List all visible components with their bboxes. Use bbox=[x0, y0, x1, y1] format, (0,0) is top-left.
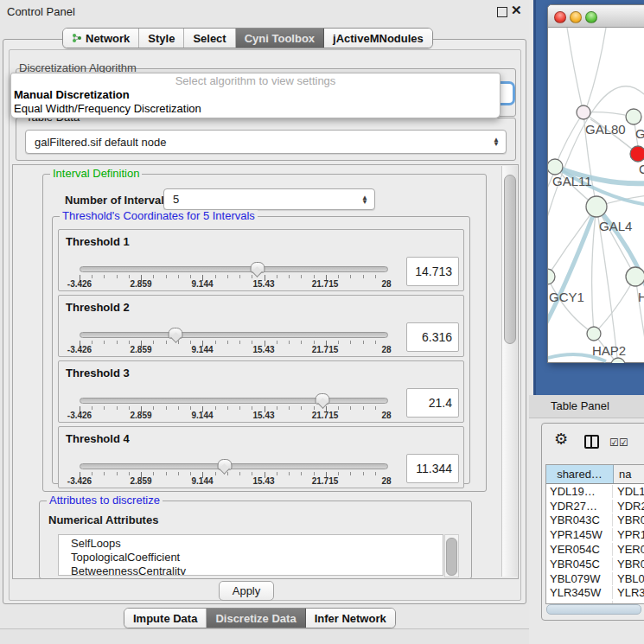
threshold-slider[interactable] bbox=[80, 398, 388, 404]
slider-knob[interactable] bbox=[217, 459, 232, 470]
checkbox-icon[interactable]: ☑ bbox=[619, 437, 628, 449]
tick-label: 2.859 bbox=[130, 476, 151, 486]
table-row[interactable]: YBR043C YBR0 bbox=[546, 513, 644, 528]
horizontal-scrollbar-thumb[interactable] bbox=[546, 604, 641, 615]
top-tab-label: Select bbox=[193, 32, 226, 45]
table-header-shared[interactable]: shared… bbox=[546, 465, 614, 483]
network-node-label: GAL11 bbox=[552, 174, 592, 188]
gear-icon[interactable]: ⚙ bbox=[554, 430, 568, 449]
network-node[interactable] bbox=[626, 267, 644, 286]
vertical-scrollbar-thumb[interactable] bbox=[504, 175, 516, 344]
horizontal-scrollbar[interactable] bbox=[545, 604, 644, 614]
num-intervals-combobox[interactable]: 5 ▲▼ bbox=[163, 188, 375, 210]
network-edge[interactable] bbox=[592, 207, 596, 334]
tick-label: 9.144 bbox=[191, 279, 213, 289]
attributes-scrollbar-thumb[interactable] bbox=[446, 538, 457, 576]
dropdown-option[interactable]: Equal Width/Frequency Discretization bbox=[11, 102, 500, 116]
slider-knob[interactable] bbox=[250, 262, 265, 273]
checkbox-icon[interactable]: ☑ bbox=[609, 437, 619, 449]
network-node[interactable] bbox=[548, 269, 555, 284]
table-row[interactable]: YBL079W YBL0 bbox=[546, 571, 644, 586]
threshold-value-field[interactable]: 11.344 bbox=[406, 454, 459, 483]
control-panel: Control Panel ✕ Network bbox=[0, 0, 530, 644]
table-row[interactable]: YBR045C YBR0 bbox=[546, 557, 644, 571]
table-row[interactable]: YLR345W YLR3 bbox=[546, 586, 644, 601]
tick-label: 28 bbox=[381, 411, 391, 420]
network-node[interactable] bbox=[586, 196, 607, 217]
apply-button-label: Apply bbox=[233, 584, 261, 597]
network-node[interactable] bbox=[548, 159, 563, 175]
attribute-list-item[interactable]: SelfLoops bbox=[71, 537, 443, 551]
algorithm-dropdown-popup: Select algorithm to view settings Manual… bbox=[10, 73, 501, 118]
table-data-combobox[interactable]: galFiltered.sif default node ▲▼ bbox=[25, 130, 507, 154]
threshold-panel: Threshold 2 -3.426 bbox=[58, 295, 464, 357]
table-panel: ⚙ ☑ ☑ shared… na YDL19… YDL1 bbox=[541, 423, 644, 621]
numerical-attributes-label: Numerical Attributes bbox=[48, 513, 158, 526]
table-row[interactable]: YER054C YER0 bbox=[546, 542, 644, 557]
network-edge[interactable] bbox=[567, 28, 582, 105]
dropdown-option-label: Manual Discretization bbox=[14, 88, 130, 101]
threshold-slider[interactable] bbox=[80, 332, 388, 338]
network-node[interactable] bbox=[630, 146, 644, 162]
threshold-value-field[interactable]: 21.4 bbox=[406, 388, 459, 418]
top-tab[interactable]: Cyni Toolbox bbox=[236, 29, 324, 48]
table-cell-name: YPR1 bbox=[613, 528, 644, 541]
num-intervals-value: 5 bbox=[164, 193, 359, 206]
network-svg[interactable]: GAL80GACGAL11GAL4GCY1HHAP2 bbox=[548, 28, 644, 363]
table-row[interactable]: YPR145W YPR1 bbox=[546, 527, 644, 542]
table-cell-shared: YDL19… bbox=[546, 485, 613, 498]
slider-tick-labels: -3.426 2.859 9.144 15.43 21.715 bbox=[80, 411, 386, 421]
table-cell-name: YER0 bbox=[613, 543, 644, 556]
threshold-slider[interactable] bbox=[80, 463, 388, 469]
slider-knob[interactable] bbox=[169, 328, 183, 339]
close-icon[interactable]: ✕ bbox=[511, 3, 522, 18]
tick-label: 9.144 bbox=[191, 345, 213, 354]
table-cell-shared: YDR27… bbox=[546, 500, 613, 513]
network-edge[interactable] bbox=[594, 277, 635, 334]
top-tab[interactable]: Network bbox=[63, 29, 139, 48]
table-panel-titlebar: Table Panel bbox=[529, 395, 644, 418]
columns-icon[interactable] bbox=[584, 435, 599, 449]
table-row[interactable]: YDR27… YDR2 bbox=[546, 499, 644, 513]
network-window-titlebar[interactable] bbox=[548, 5, 644, 28]
float-icon[interactable] bbox=[497, 7, 507, 17]
table-cell-shared: YPR145W bbox=[546, 528, 613, 541]
slider-tick-labels: -3.426 2.859 9.144 15.43 21.715 bbox=[80, 476, 386, 487]
top-tab[interactable]: Style bbox=[139, 29, 184, 48]
slider-knob[interactable] bbox=[316, 393, 330, 405]
tick-label: 2.859 bbox=[130, 411, 151, 420]
threshold-value-field[interactable]: 6.316 bbox=[406, 322, 459, 352]
table-header-row: shared… na bbox=[546, 465, 644, 484]
table-cell-name: YBL0 bbox=[613, 572, 644, 585]
network-node[interactable] bbox=[577, 105, 590, 119]
top-tab[interactable]: Select bbox=[184, 29, 235, 48]
attributes-list-scrollbar[interactable] bbox=[444, 534, 459, 577]
table-row[interactable]: YDL19… YDL1 bbox=[546, 484, 644, 499]
table-header-name[interactable]: na bbox=[614, 465, 644, 483]
threshold-slider[interactable] bbox=[80, 266, 388, 272]
top-tab-label: Network bbox=[86, 32, 130, 45]
dropdown-option[interactable]: Manual Discretization bbox=[11, 88, 500, 102]
network-edge[interactable] bbox=[587, 28, 606, 106]
table-cell-name: YBR0 bbox=[613, 513, 644, 526]
attribute-list-item[interactable]: BetweennessCentrality bbox=[71, 564, 443, 576]
network-node[interactable] bbox=[626, 109, 641, 124]
bottom-tab[interactable]: Discretize Data bbox=[207, 609, 305, 628]
table-cell-shared: YLR345W bbox=[546, 586, 613, 599]
bottom-tab[interactable]: Impute Data bbox=[124, 609, 207, 628]
apply-button[interactable]: Apply bbox=[219, 581, 274, 601]
zoom-traffic-light[interactable] bbox=[585, 11, 597, 23]
network-node-label: GCY1 bbox=[549, 290, 584, 304]
vertical-scrollbar[interactable] bbox=[501, 166, 517, 577]
threshold-value-field[interactable]: 14.713 bbox=[406, 257, 459, 286]
top-tab[interactable]: jActiveMNodules bbox=[324, 29, 432, 48]
network-node[interactable] bbox=[587, 327, 601, 341]
bottom-tab[interactable]: Infer Network bbox=[306, 609, 395, 628]
minimize-traffic-light[interactable] bbox=[570, 11, 582, 23]
close-traffic-light[interactable] bbox=[554, 11, 566, 23]
stepper-icon: ▲▼ bbox=[490, 137, 502, 146]
network-edge[interactable] bbox=[555, 112, 583, 167]
attribute-list-item[interactable]: TopologicalCoefficient bbox=[71, 551, 443, 564]
table-cell-name: YLR3 bbox=[613, 586, 644, 599]
bottom-tab-label: Impute Data bbox=[133, 612, 197, 625]
